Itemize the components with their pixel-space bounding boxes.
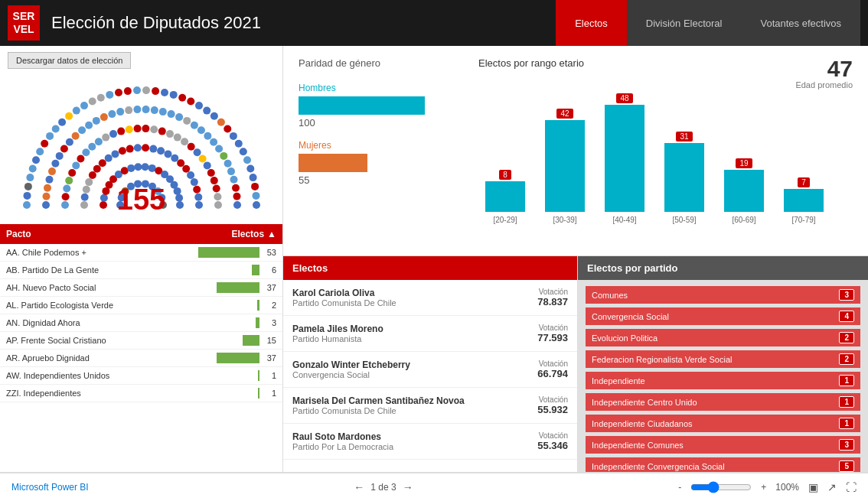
svg-point-48 [65, 138, 73, 146]
svg-point-62 [175, 113, 183, 121]
main-content: Descargar datos de elección 155 Pacto El… [0, 46, 868, 472]
pacto-row[interactable]: ZZI. Independientes 1 [0, 385, 282, 402]
pacto-header[interactable]: Pacto Electos ▲ [0, 224, 282, 244]
partido-item[interactable]: Independiente Convergencia Social 5 [586, 457, 860, 472]
svg-point-53 [100, 113, 107, 121]
pacto-row[interactable]: AR. Apruebo Dignidad 37 [0, 350, 282, 367]
bar-group: 31 [50-59] [658, 96, 711, 224]
partido-name: Federacion Regionalista Verde Social [592, 355, 732, 364]
partido-item[interactable]: Independiente Comunes 3 [586, 436, 860, 454]
electo-info: Raul Soto Mardones Partido Por La Democr… [292, 431, 393, 451]
pacto-row[interactable]: AP. Frente Social Cristiano 15 [0, 332, 282, 350]
svg-point-10 [58, 119, 66, 126]
svg-point-131 [100, 194, 107, 202]
pacto-row[interactable]: AA. Chile Podemos + 53 [0, 244, 282, 262]
share-icon[interactable]: ↗ [827, 481, 837, 493]
electo-item[interactable]: Gonzalo Winter Etcheberry Convergencia S… [283, 352, 577, 388]
svg-point-81 [72, 161, 80, 169]
tab-bar: Electos División Electoral Votantes efec… [556, 0, 860, 46]
tab-electos[interactable]: Electos [556, 0, 627, 46]
svg-point-20 [142, 86, 150, 94]
svg-point-104 [214, 193, 221, 200]
electo-item[interactable]: Marisela Del Carmen Santibañez Novoa Par… [283, 388, 577, 424]
partido-item[interactable]: Comunes 3 [586, 286, 860, 304]
svg-point-6 [36, 148, 44, 155]
partido-count-badge: 2 [839, 353, 854, 365]
pacto-name: AL. Partido Ecologista Verde [6, 301, 257, 310]
pacto-row[interactable]: AH. Nuevo Pacto Social 37 [0, 279, 282, 297]
svg-point-146 [175, 194, 183, 202]
partido-item[interactable]: Evolucion Politica 2 [586, 329, 860, 346]
electo-item[interactable]: Pamela Jiles Moreno Partido Humanista Vo… [283, 316, 577, 352]
pacto-name: ZZI. Independientes [6, 389, 258, 398]
svg-point-121 [164, 150, 171, 158]
pacto-electos-num: 15 [263, 336, 276, 345]
pagination: ← 1 de 3 → [354, 481, 413, 493]
partido-item[interactable]: Independiente 1 [586, 372, 860, 389]
svg-point-92 [150, 125, 158, 133]
svg-point-103 [212, 185, 220, 193]
partido-item[interactable]: Independiente Centro Unido 1 [586, 393, 860, 411]
svg-point-109 [85, 178, 93, 186]
fit-icon[interactable]: ▣ [808, 481, 818, 493]
tab-division-electoral[interactable]: División Electoral [627, 0, 742, 46]
svg-point-75 [233, 201, 241, 209]
footer-right: - + 100% ▣ ↗ ⛶ [678, 481, 857, 493]
partido-item[interactable]: Convergencia Social 4 [586, 307, 860, 325]
svg-point-43 [45, 176, 53, 184]
right-content: Paridad de género Hombres 100 Mujeres 55… [283, 46, 868, 472]
svg-point-69 [220, 152, 227, 160]
zoom-plus[interactable]: + [761, 482, 766, 493]
tab-votantes-efectivos[interactable]: Votantes efectivos [741, 0, 860, 46]
svg-point-21 [152, 87, 159, 95]
svg-point-7 [41, 140, 48, 148]
electo-votacion: Votación 55.932 [537, 395, 568, 415]
svg-point-59 [150, 106, 158, 114]
bar-group: 7 [70-79] [777, 96, 830, 224]
svg-point-101 [207, 169, 214, 177]
svg-point-137 [127, 164, 135, 172]
svg-point-78 [63, 185, 70, 193]
bar-group: 8 [20-29] [478, 96, 532, 224]
svg-point-58 [142, 106, 149, 113]
app-title: Elección de Diputados 2021 [51, 13, 556, 33]
svg-point-19 [133, 86, 141, 94]
powerbi-link[interactable]: Microsoft Power BI [11, 482, 89, 493]
pacto-row[interactable]: AW. Independientes Unidos 1 [0, 367, 282, 385]
svg-point-5 [32, 156, 40, 164]
next-page-icon[interactable]: → [403, 481, 413, 493]
pacto-name: AA. Chile Podemos + [6, 248, 198, 257]
pacto-row[interactable]: AL. Partido Ecologista Verde 2 [0, 297, 282, 314]
svg-point-83 [82, 148, 90, 156]
pacto-electos-num: 37 [263, 283, 276, 292]
page-info: 1 de 3 [370, 482, 396, 493]
electo-item[interactable]: Raul Soto Mardones Partido Por La Democr… [283, 424, 577, 460]
zoom-minus[interactable]: - [678, 482, 681, 493]
download-button[interactable]: Descargar datos de elección [8, 52, 131, 69]
svg-point-47 [60, 145, 67, 153]
total-electos: 155 [117, 184, 165, 216]
fullscreen-icon[interactable]: ⛶ [846, 481, 857, 493]
svg-point-82 [77, 155, 84, 163]
electo-item[interactable]: Karol Cariola Oliva Partido Comunista De… [283, 280, 577, 316]
partido-item[interactable]: Independiente Ciudadanos 1 [586, 415, 860, 432]
svg-point-3 [26, 174, 34, 181]
chart-area: Paridad de género Hombres 100 Mujeres 55… [283, 46, 868, 256]
pacto-rows: AA. Chile Podemos + 53 AB. Partido De La… [0, 244, 282, 402]
electo-votacion: Votación 66.794 [537, 359, 568, 379]
pacto-electos-num: 6 [263, 265, 276, 275]
partido-item[interactable]: Federacion Regionalista Verde Social 2 [586, 350, 860, 368]
partido-count-badge: 2 [839, 332, 854, 343]
pacto-row[interactable]: AN. Dignidad Ahora 3 [0, 314, 282, 332]
prev-page-icon[interactable]: ← [354, 481, 364, 493]
zoom-slider[interactable] [690, 481, 752, 493]
pacto-row[interactable]: AB. Partido De La Gente 6 [0, 262, 282, 279]
svg-point-107 [80, 194, 88, 201]
svg-point-106 [80, 201, 88, 209]
svg-point-116 [126, 145, 133, 153]
svg-point-12 [72, 107, 80, 115]
svg-point-39 [253, 201, 260, 209]
svg-point-41 [42, 193, 50, 200]
svg-point-15 [96, 94, 104, 102]
svg-point-70 [224, 160, 231, 168]
